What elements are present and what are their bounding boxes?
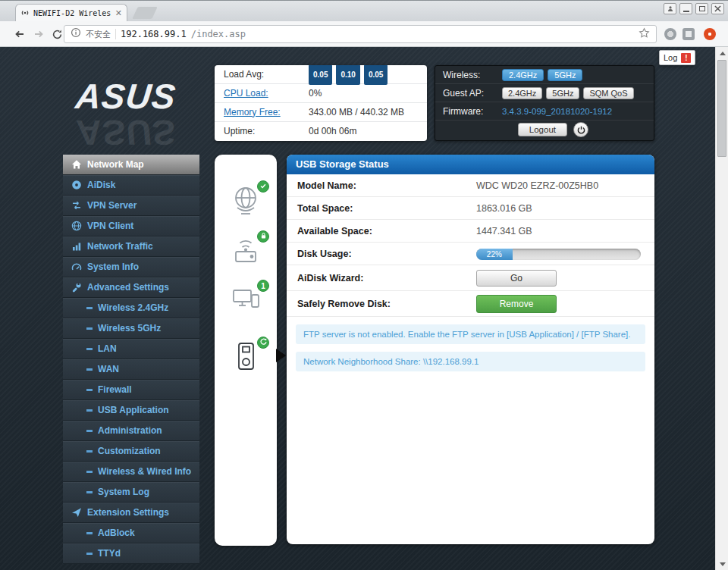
sqm-qos-button[interactable]: SQM QoS [583, 87, 633, 99]
sidebar-item-label: System Info [87, 262, 139, 272]
scroll-down-arrow-icon[interactable] [716, 558, 728, 570]
wireless-firmware-panel: Wireless: 2.4GHz 5GHz Guest AP: 2.4GHz 5… [435, 65, 654, 141]
table-row: Safely Remove Disk: Remove [287, 291, 654, 317]
refresh-button refresh-icon[interactable] [50, 27, 64, 41]
sidebar-item-wan[interactable]: WAN [63, 359, 199, 380]
safely-remove-label: Safely Remove Disk: [297, 291, 391, 317]
profile-button person-icon[interactable] [664, 3, 676, 14]
page-scrollbar[interactable] [715, 47, 728, 570]
sidebar-item-administration[interactable]: Administration [63, 421, 199, 441]
guest-24ghz-button[interactable]: 2.4GHz [502, 87, 542, 99]
sidebar-item-vpn-server[interactable]: VPN Server [63, 196, 199, 216]
security-label: 不安全 [86, 29, 111, 40]
extension-icon-1[interactable] [664, 28, 676, 40]
ftp-notice: FTP server is not enabled. Enable the FT… [296, 324, 645, 344]
extension-icon-3[interactable] [704, 28, 716, 40]
dash-icon [86, 471, 93, 473]
sidebar-item-label: VPN Server [87, 200, 136, 211]
model-name-value: WDC WD20 EZRZ-00Z5HB0 [476, 174, 598, 197]
browser-toolbar: 不安全 192.168.99.1 /index.asp [0, 21, 728, 47]
table-row: AiDisk Wizard: Go [287, 265, 654, 291]
new-tab-button[interactable] [132, 7, 157, 19]
info-circle-icon[interactable] [71, 27, 81, 41]
total-space-value: 1863.016 GB [476, 197, 532, 220]
sidebar-item-aidisk[interactable]: AiDisk [63, 175, 199, 196]
dash-icon [86, 389, 93, 391]
sidebar-item-usb-application[interactable]: USB Application [63, 400, 199, 421]
scroll-up-arrow-icon[interactable] [716, 47, 728, 59]
globe-icon [71, 221, 82, 231]
sidebar-item-label: AdBlock [98, 528, 135, 538]
back-button back-arrow-icon[interactable] [12, 27, 26, 41]
network-share-notice: Network Neighborhood Share: \\192.168.99… [296, 352, 645, 371]
sidebar-item-system-log[interactable]: System Log [63, 482, 199, 503]
browser-tab[interactable]: NEWIFI-D2 Wireless Rou ✕ [15, 4, 127, 22]
forward-button forward-arrow-icon[interactable] [32, 27, 46, 41]
sidebar-item-advanced-settings[interactable]: Advanced Settings [63, 277, 199, 298]
sidebar-item-wireless-5ghz[interactable]: Wireless 5GHz [63, 318, 199, 339]
uptime-value: 0d 00h 06m [309, 122, 356, 141]
internet-status-icon globe-icon[interactable] [228, 183, 263, 218]
window-minimize-button minimize-icon[interactable] [679, 3, 692, 14]
cpu-load-value: 0% [309, 84, 322, 103]
plane-icon [71, 507, 82, 518]
sidebar-item-firewall[interactable]: Firewall [63, 380, 199, 400]
wireless-5ghz-button[interactable]: 5GHz [548, 69, 582, 81]
sidebar-item-wireless-wired-info[interactable]: Wireless & Wired Info [63, 462, 199, 482]
wireless-security-icon router-icon[interactable] [228, 233, 263, 268]
internet-connected-badge check-icon [257, 180, 269, 193]
logout-button[interactable]: Logout [518, 123, 567, 136]
disk-usage-progress-bar: 22% [476, 249, 641, 260]
available-space-value: 1447.341 GB [476, 220, 532, 243]
firmware-version-link[interactable]: 3.4.3.9-099_20181020-1912 [502, 107, 612, 116]
sidebar-item-label: USB Application [98, 405, 169, 415]
remove-button[interactable]: Remove [476, 295, 557, 313]
wrench-icon [71, 282, 82, 293]
load-avg-1m: 0.05 [309, 65, 332, 85]
sidebar-item-label: AiDisk [87, 180, 115, 190]
sidebar-item-adblock[interactable]: AdBlock [63, 523, 199, 543]
scrollbar-thumb[interactable] [717, 60, 726, 157]
sidebar-item-ttyd[interactable]: TTYd [63, 543, 199, 564]
sidebar-item-wireless-24ghz[interactable]: Wireless 2.4GHz [63, 298, 199, 318]
sidebar-item-label: Advanced Settings [87, 282, 169, 293]
tab-close-icon[interactable]: ✕ [115, 9, 122, 17]
sidebar-item-label: Firewall [98, 384, 132, 395]
cpu-load-link[interactable]: CPU Load: [224, 84, 309, 103]
log-notification-popup[interactable]: Log ! [659, 50, 695, 65]
wireless-label: Wireless: [443, 70, 502, 80]
wireless-24ghz-button[interactable]: 2.4GHz [502, 69, 544, 81]
browser-titlebar: NEWIFI-D2 Wireless Rou ✕ [0, 0, 728, 21]
sidebar-item-label: VPN Client [87, 221, 133, 231]
go-button[interactable]: Go [476, 270, 557, 287]
alert-badge: ! [681, 53, 691, 63]
dash-icon [86, 409, 93, 412]
table-row: Available Space: 1447.341 GB [287, 220, 654, 243]
reboot-button power-icon[interactable] [573, 122, 588, 137]
sidebar-item-extension-settings[interactable]: Extension Settings [63, 503, 199, 523]
window-close-button close-icon[interactable] [711, 3, 724, 14]
guest-5ghz-button[interactable]: 5GHz [546, 87, 579, 99]
clients-status-icon devices-icon[interactable]: 1 [228, 283, 263, 318]
uptime-label: Uptime: [224, 122, 309, 141]
bookmark-star-icon[interactable] [639, 27, 650, 42]
sidebar-item-network-traffic[interactable]: Network Traffic [63, 236, 199, 257]
home-icon [71, 159, 82, 170]
memory-free-link[interactable]: Memory Free: [224, 103, 309, 122]
sidebar-item-label: Extension Settings [87, 507, 169, 518]
window-maximize-button maximize-icon[interactable] [695, 3, 708, 14]
asus-logo-reflection: ASUS [74, 112, 177, 153]
log-popup-label: Log [664, 53, 677, 62]
address-bar[interactable]: 不安全 192.168.99.1 /index.asp [64, 25, 657, 43]
usb-disk-status-icon hard-drive-icon[interactable] [228, 340, 263, 374]
sidebar-item-system-info[interactable]: System Info [63, 257, 199, 277]
tab-favicon wireless-broadcast-icon [20, 7, 30, 20]
extension-icon-2[interactable] [682, 28, 695, 40]
sidebar-item-vpn-client[interactable]: VPN Client [63, 216, 199, 236]
sidebar-item-network-map[interactable]: Network Map [63, 155, 199, 175]
load-avg-label: Load Avg: [224, 65, 309, 84]
table-row: Total Space: 1863.016 GB [287, 197, 654, 220]
dash-icon [86, 450, 93, 453]
sidebar-item-customization[interactable]: Customization [63, 441, 199, 462]
sidebar-item-lan[interactable]: LAN [63, 339, 199, 359]
